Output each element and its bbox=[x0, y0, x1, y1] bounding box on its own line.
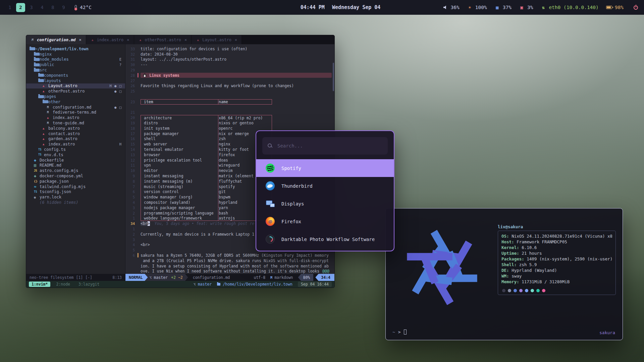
tree-item[interactable]: astro.config.mjs bbox=[26, 168, 125, 173]
launcher-searchbox[interactable] bbox=[262, 137, 388, 155]
search-input[interactable] bbox=[277, 143, 382, 149]
tree-item[interactable]: balcony.astro bbox=[26, 126, 125, 131]
editor-line[interactable] bbox=[125, 94, 334, 99]
editor-tab[interactable]: otherPost.astro × bbox=[134, 35, 192, 44]
tree-item[interactable]: yarn.lock bbox=[26, 194, 125, 200]
editor-line[interactable]: ove. I use Nix when I need software with… bbox=[125, 268, 334, 274]
tree-item[interactable]: configuration.md ● □ bbox=[26, 105, 125, 110]
editor-line[interactable]: 33title: configuration for devices i use… bbox=[125, 46, 334, 52]
bar-module[interactable]: 98% bbox=[606, 5, 624, 10]
editor-line[interactable]: 29 bbox=[125, 67, 334, 73]
tree-item[interactable]: public ? bbox=[26, 62, 125, 67]
bar-module[interactable]: 100% bbox=[467, 5, 487, 10]
bar-module[interactable]: 3% bbox=[519, 5, 533, 10]
editor-line[interactable]: 31layout: ../../layouts/otherPost.astro bbox=[125, 57, 334, 62]
tab-close-icon[interactable]: × bbox=[184, 38, 187, 42]
tab-close-icon[interactable]: × bbox=[79, 38, 82, 42]
workspace-button[interactable]: 2 bbox=[16, 3, 25, 12]
editor-tab[interactable]: index.astro × bbox=[86, 35, 134, 44]
editor-line[interactable] bbox=[125, 105, 334, 110]
workspace-button[interactable]: 3 bbox=[27, 3, 36, 12]
tree-item[interactable]: index.astro H bbox=[26, 141, 125, 147]
launcher-item[interactable]: Spotify bbox=[256, 159, 394, 177]
tmux-window[interactable]: 3:lazygit bbox=[76, 282, 102, 287]
clock-module[interactable]: 04:44 PM Wednesday Sep 04 bbox=[301, 4, 381, 10]
workspace-button[interactable]: 4 bbox=[38, 3, 47, 12]
editor-line[interactable]: 27 bbox=[125, 78, 334, 83]
editor-line[interactable]: 26Favorite things regarding Linux and my… bbox=[125, 83, 334, 89]
workspace-button[interactable]: 1 bbox=[5, 3, 14, 12]
tree-item[interactable]: (6 hidden items) bbox=[26, 200, 125, 205]
file-icon bbox=[43, 84, 48, 87]
tmux-window[interactable]: 2:node bbox=[53, 282, 73, 287]
shell-prompt[interactable]: ~ > bbox=[392, 329, 407, 335]
tree-item[interactable]: components bbox=[26, 73, 125, 78]
tree-item[interactable]: nginx bbox=[26, 52, 125, 57]
tree-item[interactable]: tailwind.config.mjs bbox=[26, 184, 125, 189]
workspace-button[interactable]: 8 bbox=[48, 3, 57, 12]
editor-line[interactable]: 19distronixos or gentoo bbox=[125, 120, 334, 126]
editor-line[interactable]: 6sakura has a Ryzen 5 7640U, 32GB of DDR… bbox=[125, 253, 334, 258]
tree-item[interactable]: src bbox=[26, 67, 125, 73]
file-icon bbox=[38, 79, 44, 82]
tab-close-icon[interactable]: × bbox=[127, 38, 129, 42]
tab-close-icon[interactable]: × bbox=[235, 38, 237, 42]
scrollbar-thumb[interactable] bbox=[333, 63, 334, 91]
editor-line[interactable]: 30--- bbox=[125, 62, 334, 67]
tree-item-label: node_modules bbox=[40, 57, 69, 62]
tree-item[interactable]: Layout.astro H ● □ bbox=[26, 83, 125, 89]
filetype-label: markdown bbox=[274, 275, 293, 280]
tree-item[interactable]: Dockerfile bbox=[26, 158, 125, 163]
editor-line[interactable]: ion. I have a setup consisting of Hyprla… bbox=[125, 263, 334, 269]
tree-item[interactable]: config.ts bbox=[26, 147, 125, 152]
tree-item[interactable]: otherPost.astro ● □ bbox=[26, 88, 125, 94]
tree-item[interactable]: tsconfig.json bbox=[26, 189, 125, 195]
editor-line[interactable]: 20architecturex86_64 (rip m2 pro) bbox=[125, 115, 334, 120]
tmux-window[interactable]: 1:nvim* bbox=[29, 282, 50, 287]
tree-item-label: contact.astro bbox=[48, 131, 80, 136]
temperature-module[interactable]: 42°C bbox=[75, 5, 92, 10]
fetch-value: 11731MiB / 31280MiB bbox=[522, 279, 570, 285]
file-icon bbox=[34, 169, 40, 172]
power-button[interactable] bbox=[633, 5, 639, 10]
tree-item[interactable]: fediverse-terms.md bbox=[26, 110, 125, 115]
line-number: 20 bbox=[125, 116, 138, 120]
tree-item[interactable]: other bbox=[26, 99, 125, 105]
editor-line[interactable]: 21 bbox=[125, 110, 334, 115]
launcher-item-label: Thunderbird bbox=[281, 183, 313, 189]
editor-line[interactable]: 32date: 2024-08-30 bbox=[125, 52, 334, 57]
tree-item[interactable]: contact.astro bbox=[26, 131, 125, 136]
editor-line[interactable]: 23itemname bbox=[125, 99, 334, 105]
filetype-icon bbox=[31, 38, 35, 42]
editor-line[interactable]: and a 2TB (Crucial P5 Plus) NVMe drive. … bbox=[125, 258, 334, 263]
file-icon bbox=[38, 74, 44, 77]
tree-item[interactable]: docker-compose.yml bbox=[26, 173, 125, 179]
terminal-window[interactable]: liv@sakura OS NixOS 24.11.20240828.71e91… bbox=[385, 208, 623, 340]
editor-tab[interactable]: configuration.md × bbox=[26, 35, 86, 44]
tree-item[interactable]: package.json bbox=[26, 179, 125, 184]
module-value: eth0 (10.0.0.140) bbox=[549, 5, 598, 10]
tree-item[interactable]: index.astro bbox=[26, 115, 125, 120]
editor-line[interactable]: 28Linux systems bbox=[125, 73, 334, 78]
launcher-item[interactable]: Darktable Photo Workflow Software bbox=[256, 230, 394, 248]
markdown-icon bbox=[270, 275, 272, 280]
bar-module[interactable]: 37% bbox=[494, 5, 512, 10]
launcher-item[interactable]: Displays bbox=[256, 195, 394, 213]
fetch-row: DE Hyprland (Wayland) bbox=[501, 267, 612, 273]
tree-item[interactable]: garden.astro bbox=[26, 136, 125, 142]
tree-item[interactable]: env.d.ts bbox=[26, 152, 125, 158]
tree-item[interactable]: README.md bbox=[26, 163, 125, 168]
workspace-button[interactable]: 9 bbox=[59, 3, 68, 12]
tree-item[interactable]: ~/Development/liv.town bbox=[26, 46, 125, 52]
tree-item[interactable]: pages bbox=[26, 94, 125, 99]
tree-item[interactable]: node_modules E bbox=[26, 57, 125, 62]
bar-module[interactable]: 36% bbox=[443, 5, 460, 10]
line-text: sakura has a Ryzen 5 7640U, 32GB of DDR5… bbox=[141, 253, 334, 258]
tree-item[interactable]: tone-guide.md bbox=[26, 120, 125, 126]
tree-item[interactable]: layouts bbox=[26, 78, 125, 83]
launcher-item[interactable]: Firefox bbox=[256, 213, 394, 230]
launcher-item[interactable]: Thunderbird bbox=[256, 177, 394, 195]
bar-module[interactable]: eth0 (10.0.0.140) bbox=[540, 5, 598, 10]
editor-line[interactable]: 25 bbox=[125, 88, 334, 94]
editor-tab[interactable]: Layout.astro × bbox=[192, 35, 242, 44]
